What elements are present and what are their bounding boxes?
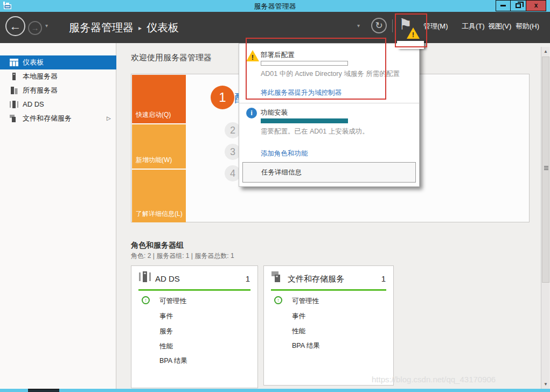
- card-title[interactable]: AD DS: [155, 274, 180, 283]
- back-button[interactable]: ←: [5, 16, 25, 36]
- history-dropdown-caret-icon[interactable]: ▾: [45, 23, 48, 29]
- sidebar-item-label: 仪表板: [23, 55, 44, 69]
- scope-dropdown-caret-icon[interactable]: ▾: [357, 23, 360, 29]
- progress-bar-full: [261, 118, 348, 123]
- toolbar-divider: [392, 19, 393, 32]
- annotation-box-flag: [395, 13, 427, 47]
- card-file-storage-services: 文件和存储服务 1 ↑ 可管理性 事件 性能 BPA 结果: [263, 265, 394, 386]
- local-server-icon: [10, 73, 18, 80]
- watermark: https://blog.csdn.net/qq_43170906: [372, 375, 550, 384]
- card-row[interactable]: 事件: [159, 312, 173, 321]
- sidebar-item-all-servers[interactable]: 所有服务器: [0, 83, 116, 97]
- close-button[interactable]: x: [526, 0, 546, 11]
- scrollbar-grip-icon: [544, 166, 548, 170]
- sidebar-item-label: AD DS: [23, 97, 44, 111]
- card-row[interactable]: 性能: [292, 327, 305, 336]
- annotation-box-notification: [246, 38, 386, 100]
- menu-tools[interactable]: 工具(T): [462, 22, 485, 31]
- manageability-up-icon: ↑: [142, 296, 150, 304]
- restore-icon: [516, 3, 521, 8]
- menu-help[interactable]: 帮助(H): [516, 22, 539, 31]
- sidebar-item-label: 所有服务器: [23, 83, 58, 97]
- scroll-down-icon[interactable]: ▼: [541, 380, 550, 389]
- sidebar-item-file-storage-services[interactable]: 文件和存储服务 ▷: [0, 111, 116, 125]
- all-servers-icon: [10, 87, 18, 94]
- minimize-icon: [500, 5, 506, 6]
- window-bottom-border: [0, 389, 550, 392]
- card-status-rule: [271, 289, 386, 291]
- refresh-icon: ↻: [375, 20, 382, 31]
- minimize-button[interactable]: [496, 0, 511, 11]
- breadcrumb-separator-icon: ▸: [138, 24, 142, 32]
- tile-learn-more[interactable]: 了解详细信息(L): [132, 170, 186, 222]
- window-bottom-border-segment: [28, 389, 59, 392]
- tile-label: 新增功能(W): [136, 156, 172, 165]
- card-title[interactable]: 文件和存储服务: [288, 274, 344, 284]
- roles-summary: 角色: 2 | 服务器组: 1 | 服务器总数: 1: [131, 251, 234, 261]
- task-details-button[interactable]: 任务详细信息: [242, 162, 416, 183]
- forward-button[interactable]: →: [28, 21, 42, 35]
- card-count: 1: [246, 274, 250, 283]
- card-row[interactable]: 可管理性: [292, 297, 319, 306]
- card-row[interactable]: 可管理性: [159, 297, 186, 306]
- tile-quick-start[interactable]: 快速启动(Q): [132, 75, 186, 123]
- breadcrumb-current: 仪表板: [147, 22, 179, 33]
- welcome-heading: 欢迎使用服务器管理器: [131, 53, 212, 63]
- vertical-scrollbar[interactable]: ▲ ▼: [541, 47, 549, 389]
- back-arrow-icon: ←: [10, 19, 22, 33]
- breadcrumb-root[interactable]: 服务器管理器: [69, 22, 134, 33]
- sidebar: 仪表板 本地服务器 所有服务器 AD DS 文件和存储服务 ▷: [0, 43, 116, 389]
- roles-section-heading: 角色和服务器组: [131, 241, 184, 250]
- card-row[interactable]: 服务: [159, 327, 173, 336]
- expand-arrow-icon[interactable]: ▷: [107, 111, 111, 125]
- card-row[interactable]: 性能: [159, 342, 173, 351]
- forward-arrow-icon: →: [31, 23, 39, 32]
- ad-ds-icon: [139, 271, 151, 282]
- tile-whats-new[interactable]: 新增功能(W): [132, 124, 186, 169]
- card-row[interactable]: BPA 结果: [292, 341, 320, 351]
- breadcrumb: 服务器管理器▸仪表板: [69, 20, 179, 35]
- step-1-badge: 1: [211, 86, 234, 109]
- tile-label: 快速启动(Q): [136, 110, 171, 120]
- card-row[interactable]: 事件: [292, 312, 305, 321]
- sidebar-item-dashboard[interactable]: 仪表板: [0, 55, 116, 69]
- sidebar-item-label: 本地服务器: [23, 69, 58, 83]
- file-storage-services-icon: [271, 271, 283, 282]
- maximize-button[interactable]: [510, 0, 526, 11]
- add-roles-features-link[interactable]: 添加角色和功能: [261, 149, 308, 158]
- menu-view[interactable]: 视图(V): [488, 22, 511, 31]
- card-ad-ds: AD DS 1 ↑ 可管理性 事件 服务 性能 BPA 结果: [131, 265, 258, 388]
- sidebar-item-ad-ds[interactable]: AD DS: [0, 97, 116, 111]
- tile-label: 了解详细信息(L): [136, 209, 183, 219]
- notification-description: 需要配置。已在 AD01 上安装成功。: [261, 127, 369, 136]
- card-status-rule: [138, 289, 250, 291]
- sidebar-item-label: 文件和存储服务: [23, 111, 72, 125]
- refresh-button[interactable]: ↻: [371, 18, 387, 33]
- sidebar-item-local-server[interactable]: 本地服务器: [0, 69, 116, 83]
- notification-title: 功能安装: [261, 108, 288, 117]
- dashboard-icon: [10, 59, 18, 66]
- title-bar: 服务器管理器 x: [0, 0, 550, 12]
- ad-ds-icon: [10, 101, 18, 108]
- notification-divider: [239, 103, 419, 103]
- card-row[interactable]: BPA 结果: [159, 356, 187, 366]
- info-icon: i: [246, 108, 257, 118]
- card-count: 1: [381, 274, 386, 283]
- scrollbar-thumb[interactable]: [542, 57, 549, 283]
- window-title: 服务器管理器: [0, 2, 550, 11]
- scroll-up-icon[interactable]: ▲: [541, 47, 550, 56]
- file-storage-services-icon: [10, 115, 18, 122]
- manageability-up-icon: ↑: [274, 296, 282, 304]
